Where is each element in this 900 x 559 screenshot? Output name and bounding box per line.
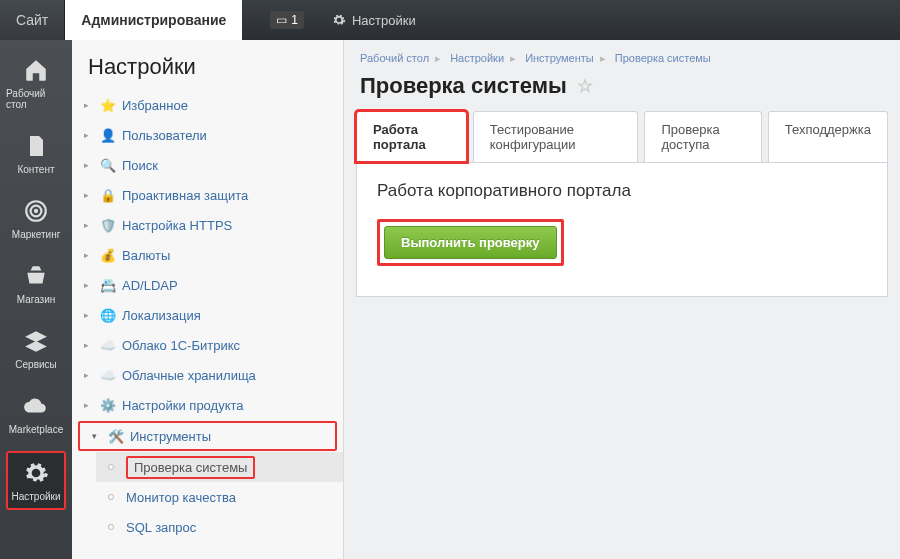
main-area: Рабочий стол▸ Настройки▸ Инструменты▸ Пр… <box>344 40 900 559</box>
content-tabs: Работа портала Тестирование конфигурации… <box>344 111 900 162</box>
rail-label: Marketplace <box>9 424 63 435</box>
tree-item-quality-monitor[interactable]: Монитор качества <box>96 482 343 512</box>
money-icon: 💰 <box>100 247 116 263</box>
topbar: Сайт Администрирование ▭1 Настройки <box>0 0 900 40</box>
rail-settings[interactable]: Настройки <box>6 451 66 510</box>
gear-icon: ⚙️ <box>100 397 116 413</box>
run-check-button[interactable]: Выполнить проверку <box>384 226 557 259</box>
crumb-desktop[interactable]: Рабочий стол <box>360 52 429 64</box>
gear-icon <box>332 13 346 27</box>
rail-label: Рабочий стол <box>6 88 66 110</box>
tree-item-cloud-storage[interactable]: ▸☁️Облачные хранилища <box>72 360 343 390</box>
favorite-star-icon[interactable]: ☆ <box>577 75 593 97</box>
run-check-highlight: Выполнить проверку <box>377 219 564 266</box>
notification-button[interactable]: ▭1 <box>262 0 312 40</box>
tree-item-favorites[interactable]: ▸⭐Избранное <box>72 90 343 120</box>
left-rail: Рабочий стол Контент Маркетинг Магазин С… <box>0 40 72 559</box>
tree-item-system-check[interactable]: Проверка системы <box>96 452 343 482</box>
globe-icon: 🌐 <box>100 307 116 323</box>
tree-item-currency[interactable]: ▸💰Валюты <box>72 240 343 270</box>
user-icon: 👤 <box>100 127 116 143</box>
rail-label: Магазин <box>17 294 56 305</box>
rail-desktop[interactable]: Рабочий стол <box>6 50 66 116</box>
layers-icon <box>22 327 50 355</box>
rail-label: Маркетинг <box>12 229 61 240</box>
notification-count: 1 <box>291 13 298 27</box>
tab-admin[interactable]: Администрирование <box>65 0 242 40</box>
tree-item-https[interactable]: ▸🛡️Настройка HTTPS <box>72 210 343 240</box>
top-settings-label: Настройки <box>352 13 416 28</box>
star-icon: ⭐ <box>100 97 116 113</box>
rail-store[interactable]: Магазин <box>6 256 66 311</box>
target-icon <box>22 197 50 225</box>
tab-config-test[interactable]: Тестирование конфигурации <box>473 111 639 162</box>
tree-item-adldap[interactable]: ▸📇AD/LDAP <box>72 270 343 300</box>
tab-site[interactable]: Сайт <box>0 0 65 40</box>
rail-label: Контент <box>17 164 54 175</box>
cloud1c-icon: ☁️ <box>100 337 116 353</box>
crumb-system-check[interactable]: Проверка системы <box>615 52 711 64</box>
tab-support[interactable]: Техподдержка <box>768 111 888 162</box>
rail-marketing[interactable]: Маркетинг <box>6 191 66 246</box>
tab-portal-work[interactable]: Работа портала <box>356 111 467 162</box>
cloud-icon: ☁️ <box>100 367 116 383</box>
rail-label: Сервисы <box>15 359 56 370</box>
content-panel: Работа корпоративного портала Выполнить … <box>356 162 888 297</box>
tree-item-search[interactable]: ▸🔍Поиск <box>72 150 343 180</box>
gear-icon <box>22 459 50 487</box>
tree-item-proactive[interactable]: ▸🔒Проактивная защита <box>72 180 343 210</box>
shield-icon: 🛡️ <box>100 217 116 233</box>
breadcrumb: Рабочий стол▸ Настройки▸ Инструменты▸ Пр… <box>344 40 900 71</box>
settings-tree: Настройки ▸⭐Избранное ▸👤Пользователи ▸🔍П… <box>72 40 344 559</box>
tree-title: Настройки <box>72 40 343 90</box>
crumb-settings[interactable]: Настройки <box>450 52 504 64</box>
chat-icon: ▭ <box>276 13 287 27</box>
tree-item-cloud1c[interactable]: ▸☁️Облако 1С-Битрикс <box>72 330 343 360</box>
lock-icon: 🔒 <box>100 187 116 203</box>
bullet-icon <box>108 524 114 530</box>
home-icon <box>22 56 50 84</box>
search-icon: 🔍 <box>100 157 116 173</box>
document-icon <box>22 132 50 160</box>
rail-content[interactable]: Контент <box>6 126 66 181</box>
adldap-icon: 📇 <box>100 277 116 293</box>
bullet-icon <box>108 494 114 500</box>
tree-item-tools[interactable]: ▾🛠️Инструменты <box>78 421 337 451</box>
crumb-tools[interactable]: Инструменты <box>525 52 594 64</box>
tree-item-sql-query[interactable]: SQL запрос <box>96 512 343 542</box>
tree-item-localization[interactable]: ▸🌐Локализация <box>72 300 343 330</box>
tools-icon: 🛠️ <box>108 428 124 444</box>
top-settings-link[interactable]: Настройки <box>332 0 416 40</box>
cloud-download-icon <box>22 392 50 420</box>
svg-point-2 <box>35 210 37 212</box>
bullet-icon <box>108 464 114 470</box>
page-title: Проверка системы ☆ <box>344 71 900 111</box>
rail-services[interactable]: Сервисы <box>6 321 66 376</box>
rail-marketplace[interactable]: Marketplace <box>6 386 66 441</box>
tree-item-users[interactable]: ▸👤Пользователи <box>72 120 343 150</box>
basket-icon <box>22 262 50 290</box>
rail-label: Настройки <box>11 491 60 502</box>
tree-item-product-settings[interactable]: ▸⚙️Настройки продукта <box>72 390 343 420</box>
panel-heading: Работа корпоративного портала <box>377 181 867 201</box>
tab-access-check[interactable]: Проверка доступа <box>644 111 761 162</box>
